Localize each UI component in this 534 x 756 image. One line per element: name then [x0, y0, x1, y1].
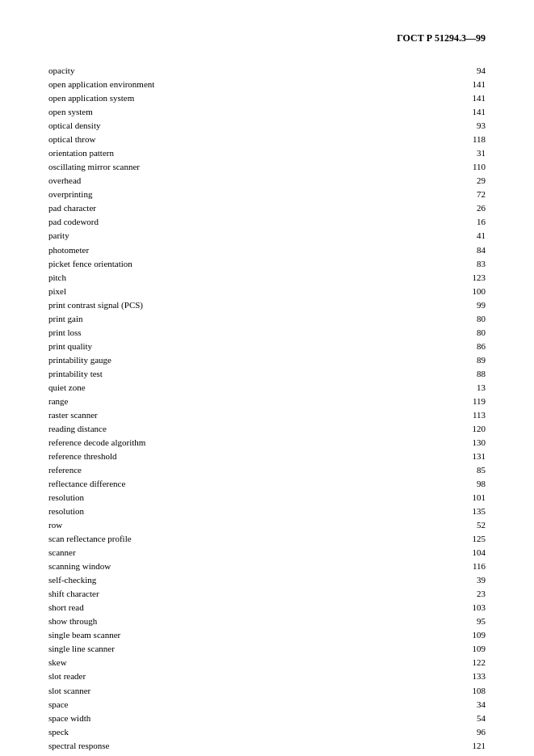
- table-row: quiet zone13: [48, 381, 486, 395]
- term-cell: print contrast signal (PCS): [48, 298, 376, 312]
- term-cell: reference decode algorithm: [48, 436, 376, 450]
- table-row: parity41: [48, 229, 486, 243]
- num-cell: 141: [376, 78, 486, 91]
- table-row: pitch123: [48, 270, 486, 284]
- table-row: range119: [48, 395, 486, 408]
- term-cell: reading distance: [48, 422, 376, 436]
- table-row: opacity94: [48, 64, 486, 78]
- num-cell: 123: [376, 270, 486, 284]
- table-row: printability test88: [48, 367, 486, 381]
- num-cell: 130: [376, 436, 486, 450]
- num-cell: 120: [376, 422, 486, 436]
- num-cell: 110: [376, 160, 486, 174]
- table-row: optical throw118: [48, 133, 486, 146]
- table-row: speck96: [48, 725, 486, 739]
- num-cell: 108: [376, 683, 486, 697]
- page-header: ГОСТ Р 51294.3—99: [48, 32, 486, 44]
- term-cell: reference threshold: [48, 450, 376, 463]
- table-row: picket fence orientation83: [48, 256, 486, 270]
- table-row: optical density93: [48, 119, 486, 133]
- index-table: opacity94open application environment141…: [48, 64, 486, 756]
- num-cell: 16: [376, 215, 486, 229]
- term-cell: picket fence orientation: [48, 256, 376, 270]
- num-cell: 29: [376, 174, 486, 188]
- num-cell: 83: [376, 256, 486, 270]
- num-cell: 52: [376, 518, 486, 532]
- table-row: resolution101: [48, 491, 486, 505]
- term-cell: open system: [48, 105, 376, 119]
- num-cell: 26: [376, 201, 486, 215]
- table-row: scanner104: [48, 546, 486, 560]
- num-cell: 85: [376, 463, 486, 477]
- term-cell: show through: [48, 615, 376, 628]
- num-cell: 101: [376, 491, 486, 505]
- term-cell: scanning window: [48, 560, 376, 573]
- term-cell: spectral response: [48, 739, 376, 753]
- term-cell: print gain: [48, 312, 376, 326]
- num-cell: 93: [376, 119, 486, 133]
- term-cell: print loss: [48, 326, 376, 340]
- num-cell: 109: [376, 628, 486, 642]
- table-row: open application system141: [48, 91, 486, 105]
- term-cell: orientation pattern: [48, 146, 376, 160]
- term-cell: resolution: [48, 491, 376, 505]
- table-row: space34: [48, 697, 486, 711]
- term-cell: photometer: [48, 243, 376, 256]
- table-row: slot reader133: [48, 669, 486, 683]
- num-cell: 80: [376, 326, 486, 340]
- num-cell: 141: [376, 91, 486, 105]
- term-cell: reference: [48, 463, 376, 477]
- term-cell: overprinting: [48, 188, 376, 201]
- num-cell: 39: [376, 573, 486, 587]
- term-cell: pitch: [48, 270, 376, 284]
- table-row: shift character23: [48, 587, 486, 601]
- num-cell: 84: [376, 243, 486, 256]
- term-cell: optical throw: [48, 133, 376, 146]
- header-title: ГОСТ Р 51294.3—99: [397, 32, 486, 44]
- term-cell: single line scanner: [48, 642, 376, 656]
- term-cell: slot reader: [48, 669, 376, 683]
- table-row: single beam scanner109: [48, 628, 486, 642]
- term-cell: single beam scanner: [48, 628, 376, 642]
- num-cell: 96: [376, 753, 486, 756]
- table-row: open application environment141: [48, 78, 486, 91]
- num-cell: 94: [376, 64, 486, 78]
- num-cell: 96: [376, 725, 486, 739]
- table-row: reflectance difference98: [48, 477, 486, 491]
- table-row: print gain80: [48, 312, 486, 326]
- term-cell: pad codeword: [48, 215, 376, 229]
- table-row: resolution135: [48, 505, 486, 518]
- num-cell: 118: [376, 133, 486, 146]
- table-row: short read103: [48, 601, 486, 615]
- term-cell: open application system: [48, 91, 376, 105]
- num-cell: 80: [376, 312, 486, 326]
- table-row: print quality86: [48, 340, 486, 353]
- num-cell: 95: [376, 615, 486, 628]
- num-cell: 72: [376, 188, 486, 201]
- table-row: reading distance120: [48, 422, 486, 436]
- term-cell: quiet zone: [48, 381, 376, 395]
- num-cell: 41: [376, 229, 486, 243]
- term-cell: slot scanner: [48, 683, 376, 697]
- table-row: row52: [48, 518, 486, 532]
- num-cell: 100: [376, 285, 486, 298]
- term-cell: printability test: [48, 367, 376, 381]
- table-row: print loss80: [48, 326, 486, 340]
- term-cell: space width: [48, 711, 376, 724]
- num-cell: 104: [376, 546, 486, 560]
- term-cell: overhead: [48, 174, 376, 188]
- table-row: reference threshold131: [48, 450, 486, 463]
- num-cell: 122: [376, 656, 486, 669]
- table-row: scanning window116: [48, 560, 486, 573]
- num-cell: 119: [376, 395, 486, 408]
- table-row: orientation pattern31: [48, 146, 486, 160]
- num-cell: 13: [376, 381, 486, 395]
- num-cell: 113: [376, 408, 486, 422]
- table-row: spot96: [48, 753, 486, 756]
- term-cell: parity: [48, 229, 376, 243]
- num-cell: 99: [376, 298, 486, 312]
- term-cell: range: [48, 395, 376, 408]
- term-cell: space: [48, 697, 376, 711]
- term-cell: pixel: [48, 285, 376, 298]
- term-cell: speck: [48, 725, 376, 739]
